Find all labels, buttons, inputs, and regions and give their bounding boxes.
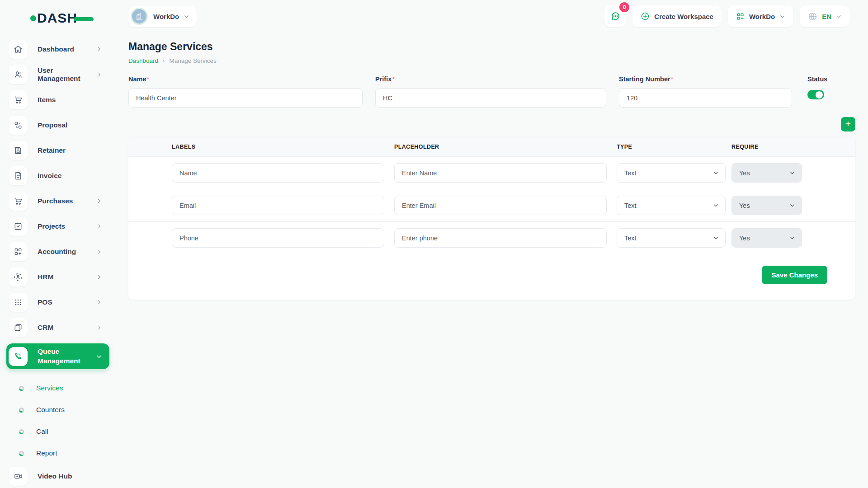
chevron-right-icon [96, 324, 102, 331]
add-field-button[interactable]: + [841, 117, 855, 131]
main-area: WorkDo 0 Create Workspace Wor [116, 0, 868, 488]
phone-icon [9, 347, 28, 366]
floppy-icon [9, 141, 28, 160]
sidebar-item-video-hub[interactable]: Video Hub [6, 467, 109, 486]
submenu-item-report[interactable]: Report [19, 442, 109, 464]
type-select[interactable]: Text [617, 228, 726, 248]
sidebar-item-retainer[interactable]: Retainer [6, 141, 109, 160]
table-row: Text Yes [128, 189, 855, 221]
chevron-down-icon [836, 14, 842, 19]
status-field-group: Status [805, 75, 855, 108]
status-toggle[interactable] [807, 90, 824, 99]
required-marker: * [147, 75, 150, 83]
chevron-down-icon [713, 170, 719, 176]
chevron-down-icon [713, 235, 719, 241]
messages-badge: 0 [619, 2, 629, 12]
type-select[interactable]: Text [617, 196, 726, 215]
home-icon [9, 40, 28, 59]
workspace-avatar [131, 8, 148, 25]
sidebar-item-pos[interactable]: POS [6, 293, 109, 312]
submenu-item-services[interactable]: Services [19, 377, 109, 399]
cart-icon [9, 192, 28, 211]
chevron-down-icon [96, 353, 102, 360]
chevron-right-icon [96, 71, 102, 78]
topbar-right-cluster: 0 Create Workspace WorkDo EN [604, 5, 850, 27]
content: Manage Services Dashboard › Manage Servi… [116, 33, 868, 300]
placeholder-input[interactable] [394, 228, 607, 248]
prefix-field[interactable] [375, 88, 606, 108]
brand-logo[interactable]: DASH [0, 9, 116, 27]
messages-button[interactable]: 0 [604, 5, 626, 27]
sidebar-item-queue-management[interactable]: Queue Management [6, 343, 109, 369]
add-row: + [128, 117, 855, 131]
workspace-selector[interactable]: WorkDo [128, 6, 197, 27]
windows-icon [9, 318, 28, 337]
video-camera-icon [9, 467, 28, 486]
chevron-right-icon [96, 299, 102, 305]
placeholder-input[interactable] [394, 196, 607, 215]
starting-number-field[interactable] [619, 88, 792, 108]
label-input[interactable] [172, 196, 384, 215]
ring-bullet-icon [19, 429, 24, 434]
required-marker: * [392, 75, 395, 83]
prefix-field-group: Prifix* [375, 75, 606, 108]
plus-circle-icon [641, 12, 650, 21]
sidebar-item-purchases[interactable]: Purchases [6, 192, 109, 211]
globe-icon [808, 12, 817, 21]
ring-bullet-icon [19, 408, 24, 413]
require-select[interactable]: Yes [731, 196, 802, 215]
breadcrumb-current: Manage Services [169, 57, 216, 64]
submenu-item-counters[interactable]: Counters [19, 399, 109, 421]
ring-bullet-icon [19, 451, 24, 456]
label-input[interactable] [172, 163, 384, 183]
name-field[interactable] [128, 88, 363, 108]
sidebar-item-accounting[interactable]: Accounting [6, 242, 109, 261]
save-changes-button[interactable]: Save Changes [762, 266, 827, 284]
queue-management-submenu: Services Counters Call Report [6, 376, 109, 464]
sidebar-item-dashboard[interactable]: Dashboard [6, 40, 109, 59]
grid-plus-icon [736, 12, 745, 21]
chevron-right-icon [96, 223, 102, 230]
label-input[interactable] [172, 228, 384, 248]
chevron-down-icon [184, 14, 189, 19]
create-workspace-button[interactable]: Create Workspace [632, 5, 722, 27]
logo-dot-icon [30, 15, 36, 21]
dots-grid-icon [9, 293, 28, 312]
service-form: Name* Prifix* Starting Number* Status [128, 75, 855, 108]
swap-boxes-icon [9, 116, 28, 135]
sidebar-item-items[interactable]: Items [6, 90, 109, 109]
chevron-right-icon [96, 46, 102, 52]
sidebar-item-user-management[interactable]: User Management [6, 65, 109, 84]
require-select[interactable]: Yes [731, 163, 802, 183]
placeholder-input[interactable] [394, 163, 607, 183]
require-select[interactable]: Yes [731, 228, 802, 248]
language-selector[interactable]: EN [800, 5, 850, 27]
table-footer: Save Changes [128, 254, 855, 300]
chevron-right-icon [96, 274, 102, 280]
check-square-icon [9, 217, 28, 236]
chat-bubble-icon [610, 11, 621, 22]
breadcrumb-dashboard-link[interactable]: Dashboard [128, 57, 158, 64]
chevron-right-icon [96, 249, 102, 255]
type-select[interactable]: Text [617, 163, 726, 183]
sidebar-item-projects[interactable]: Projects [6, 217, 109, 236]
chevron-right-icon [96, 198, 102, 204]
sidebar-item-crm[interactable]: CRM [6, 318, 109, 337]
sidebar: DASH Dashboard User Management [0, 0, 116, 488]
sidebar-item-hrm[interactable]: HRM [6, 267, 109, 286]
sidebar-item-proposal[interactable]: Proposal [6, 116, 109, 135]
topbar: WorkDo 0 Create Workspace Wor [116, 0, 868, 33]
name-field-group: Name* [128, 75, 363, 108]
toggle-knob [816, 91, 823, 99]
submenu-item-call[interactable]: Call [19, 421, 109, 442]
column-header-type: TYPE [617, 144, 731, 150]
grid-plus-icon [9, 242, 28, 261]
table-row: Text Yes [128, 221, 855, 254]
chevron-down-icon [779, 14, 785, 19]
logo-text: DASH [37, 11, 77, 25]
person-target-icon [9, 267, 28, 286]
sidebar-item-invoice[interactable]: Invoice [6, 166, 109, 185]
table-header-row: LABELS PLACEHOLDER TYPE REQUIRE [128, 137, 855, 156]
chevron-down-icon [789, 170, 795, 176]
workspace-switcher-button[interactable]: WorkDo [728, 5, 793, 27]
